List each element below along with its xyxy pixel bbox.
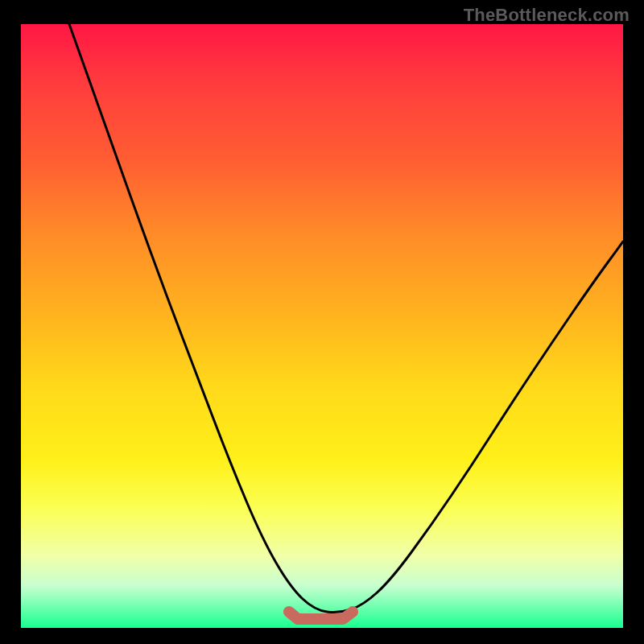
flat-bottom-marker: [289, 612, 353, 619]
bottleneck-curve: [69, 24, 623, 613]
chart-svg: [21, 24, 623, 628]
watermark-text: TheBottleneck.com: [464, 5, 630, 26]
chart-container: TheBottleneck.com: [0, 0, 644, 644]
plot-area: [21, 24, 623, 628]
